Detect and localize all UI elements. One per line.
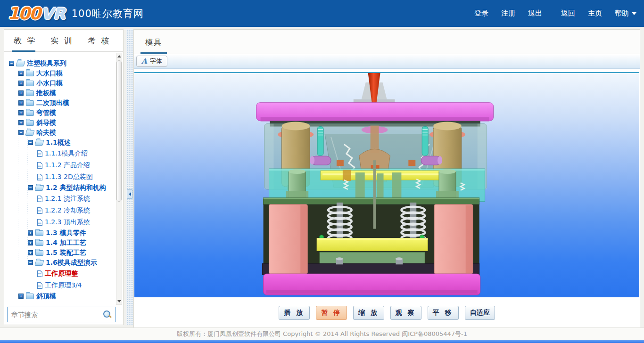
expand-toggle[interactable]: + bbox=[18, 90, 24, 96]
tree-item-label: 1.1.3 2D总装图 bbox=[45, 173, 93, 181]
expand-toggle[interactable]: + bbox=[28, 240, 33, 245]
nav-help[interactable]: 帮助 bbox=[615, 9, 636, 18]
collapse-toggle[interactable]: − bbox=[9, 61, 14, 66]
expand-toggle[interactable]: + bbox=[18, 100, 24, 106]
tree-item[interactable]: 1.1.3 2D总装图 bbox=[6, 171, 115, 183]
search-icon[interactable] bbox=[103, 310, 111, 318]
tree-item-label: 1.2.1 浇注系统 bbox=[45, 195, 90, 203]
tree-item[interactable]: +二次顶出模 bbox=[6, 98, 115, 108]
tree-item-label: 1.2 典型结构和机构 bbox=[46, 184, 106, 192]
document-icon bbox=[37, 196, 42, 202]
pan-button[interactable]: 平 移 bbox=[428, 306, 459, 320]
sidebar-panel: 教 学实 训考 核 −注塑模具系列+大水口模+小水口模+推板模+二次顶出模+弯管… bbox=[4, 29, 124, 325]
collapse-toggle[interactable]: − bbox=[28, 260, 33, 265]
tree-item[interactable]: +1.5 装配工艺 bbox=[6, 248, 115, 258]
folder-icon bbox=[35, 250, 43, 256]
tree-item[interactable]: −1.2 典型结构和机构 bbox=[6, 183, 115, 193]
main-tabbar: 模具 bbox=[134, 30, 640, 54]
scrollbar-up-arrow-icon[interactable] bbox=[116, 53, 122, 59]
folder-icon bbox=[26, 120, 34, 126]
expand-toggle[interactable]: + bbox=[18, 110, 24, 115]
tree-item[interactable]: +大水口模 bbox=[6, 68, 115, 78]
expand-toggle[interactable]: + bbox=[18, 120, 24, 125]
folder-icon bbox=[26, 81, 34, 86]
tree-item-label: 二次顶出模 bbox=[36, 99, 69, 107]
expand-toggle[interactable]: + bbox=[28, 230, 33, 236]
tree-item[interactable]: −哈夫模 bbox=[6, 128, 115, 138]
footer-blue-strip bbox=[0, 340, 644, 343]
tab-teaching[interactable]: 教 学 bbox=[14, 30, 36, 51]
pause-button[interactable]: 暂 停 bbox=[316, 306, 347, 320]
tree-item-label: 推板模 bbox=[36, 89, 56, 98]
tree-item[interactable]: −1.6模具成型演示 bbox=[6, 258, 115, 268]
tree-item[interactable]: 1.2.1 浇注系统 bbox=[6, 193, 115, 204]
folder-icon bbox=[26, 110, 34, 116]
site-logo[interactable]: 100 VR bbox=[8, 4, 65, 23]
tree-item[interactable]: 工作原理3/4 bbox=[6, 279, 115, 291]
tree-item[interactable]: 1.1.1模具介绍 bbox=[6, 147, 115, 159]
tree-item[interactable]: 1.2.2 冷却系统 bbox=[6, 204, 115, 216]
tree-item[interactable]: +斜导模 bbox=[6, 118, 115, 128]
tree-item[interactable]: +1.3 模具零件 bbox=[6, 228, 115, 238]
expand-toggle[interactable]: + bbox=[18, 81, 24, 86]
font-button-label: 字体 bbox=[150, 57, 162, 65]
document-icon bbox=[37, 150, 42, 157]
mold-3d-model bbox=[134, 73, 639, 297]
panel-splitter[interactable] bbox=[126, 29, 133, 325]
tree-item-label: 1.2.2 冷却系统 bbox=[45, 206, 90, 215]
tree-item-label: 斜导模 bbox=[36, 119, 56, 127]
collapse-sidebar-button[interactable] bbox=[127, 189, 132, 199]
expand-toggle[interactable]: + bbox=[18, 294, 24, 299]
search-input[interactable] bbox=[11, 311, 103, 318]
tree-item-label: 工作原理3/4 bbox=[45, 281, 82, 290]
tree-item[interactable]: −1.1概述 bbox=[6, 138, 115, 147]
tree-item-label: 大水口模 bbox=[36, 69, 63, 78]
tab-training[interactable]: 实 训 bbox=[50, 30, 73, 51]
header: 100 VR 100唯尔教育网 登录注册退出返回主页帮助 bbox=[0, 0, 644, 27]
scrollbar-down-arrow-icon[interactable] bbox=[116, 298, 122, 304]
tree-scrollbar[interactable] bbox=[116, 53, 122, 305]
scrollbar-thumb[interactable] bbox=[116, 60, 122, 202]
viewer-3d[interactable] bbox=[134, 72, 639, 297]
auto-fit-button[interactable]: 自适应 bbox=[465, 306, 495, 320]
expand-toggle[interactable]: + bbox=[28, 250, 33, 255]
tree-item-label: 弯管模 bbox=[36, 109, 56, 117]
tree-item[interactable]: +斜顶模 bbox=[6, 291, 115, 301]
zoom-button[interactable]: 缩 放 bbox=[353, 306, 384, 320]
tree-item[interactable]: −注塑模具系列 bbox=[6, 58, 115, 68]
nav-login[interactable]: 登录 bbox=[474, 9, 488, 18]
tab-assessment[interactable]: 考 核 bbox=[88, 30, 110, 51]
folder-icon bbox=[26, 100, 34, 106]
expand-toggle[interactable]: + bbox=[18, 71, 24, 76]
tree-item-label: 工作原理整 bbox=[45, 270, 78, 278]
tree-item[interactable]: +1.4 加工工艺 bbox=[6, 238, 115, 248]
tree-item[interactable]: +推板模 bbox=[6, 88, 115, 98]
folder-icon bbox=[26, 90, 34, 96]
play-button[interactable]: 播 放 bbox=[279, 306, 310, 320]
nav-back[interactable]: 返回 bbox=[561, 9, 575, 18]
tree-item[interactable]: 1.2.3 顶出系统 bbox=[6, 216, 115, 228]
site-title: 100唯尔教育网 bbox=[72, 7, 144, 20]
folder-icon bbox=[25, 130, 35, 136]
logo-100-text: 100 bbox=[8, 4, 40, 23]
observe-button[interactable]: 观 察 bbox=[390, 306, 421, 320]
nav-home[interactable]: 主页 bbox=[588, 9, 602, 18]
folder-icon bbox=[35, 240, 43, 246]
tree-item[interactable]: +弯管模 bbox=[6, 108, 115, 118]
folder-icon bbox=[35, 140, 44, 146]
tree-item[interactable]: 工作原理整 bbox=[6, 268, 115, 279]
nav-register[interactable]: 注册 bbox=[501, 9, 515, 18]
tab-mold[interactable]: 模具 bbox=[141, 38, 166, 54]
viewer-toolbar: A 字体 bbox=[134, 54, 640, 69]
font-a-icon: A bbox=[141, 57, 147, 65]
collapse-toggle[interactable]: − bbox=[28, 140, 33, 145]
tree-item[interactable]: 1.1.2 产品介绍 bbox=[6, 159, 115, 171]
document-icon bbox=[37, 162, 42, 169]
viewer-controls: 播 放暂 停缩 放观 察平 移自适应 bbox=[134, 297, 640, 328]
collapse-toggle[interactable]: − bbox=[28, 185, 33, 190]
font-button[interactable]: A 字体 bbox=[136, 56, 167, 67]
tree-item[interactable]: +小水口模 bbox=[6, 78, 115, 88]
collapse-toggle[interactable]: − bbox=[18, 130, 24, 135]
nav-logout[interactable]: 退出 bbox=[528, 9, 542, 18]
tree-item-label: 小水口模 bbox=[36, 79, 63, 88]
